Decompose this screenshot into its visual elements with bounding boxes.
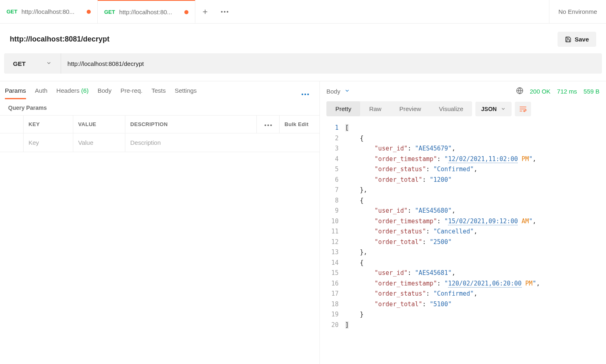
- param-desc-input[interactable]: [130, 139, 315, 146]
- view-preview[interactable]: Preview: [390, 101, 430, 116]
- status-code: 200 OK: [530, 88, 551, 95]
- wrap-lines-button[interactable]: [515, 102, 531, 116]
- params-table: KEY VALUE DESCRIPTION Bulk Edit: [0, 115, 319, 152]
- view-pretty[interactable]: Pretty: [326, 101, 360, 116]
- subtab-headers[interactable]: Headers (6): [57, 87, 89, 99]
- col-actions[interactable]: [257, 116, 280, 133]
- response-section-dropdown[interactable]: Body: [326, 88, 350, 95]
- params-header-row: KEY VALUE DESCRIPTION Bulk Edit: [0, 116, 319, 133]
- save-label: Save: [575, 36, 589, 43]
- response-toolbar: Pretty Raw Preview Visualize JSON: [320, 101, 606, 121]
- response-pane: Body 200 OK 712 ms 559 B Pretty Raw Prev…: [320, 81, 606, 364]
- environment-label: No Environme: [558, 8, 597, 15]
- view-raw[interactable]: Raw: [360, 101, 390, 116]
- subtab-body[interactable]: Body: [98, 87, 112, 99]
- tab-overflow-button[interactable]: [215, 0, 234, 23]
- subtab-auth[interactable]: Auth: [35, 87, 48, 99]
- wrap-icon: [519, 105, 527, 113]
- chevron-down-icon: [501, 106, 506, 111]
- param-value-input[interactable]: [78, 139, 120, 146]
- subtab-settings[interactable]: Settings: [175, 87, 197, 99]
- tab-title: http://localhost:80...: [119, 9, 180, 15]
- panes: Params Auth Headers (6) Body Pre-req. Te…: [0, 81, 606, 364]
- save-icon: [565, 36, 571, 43]
- subtab-tests[interactable]: Tests: [151, 87, 166, 99]
- format-dropdown[interactable]: JSON: [475, 102, 512, 116]
- view-visualize[interactable]: Visualize: [430, 101, 473, 116]
- response-body-viewer[interactable]: 1234567891011121314151617181920 [ { "use…: [320, 121, 606, 330]
- tab-bar: GET http://localhost:80... GET http://lo…: [0, 0, 606, 24]
- dots-icon: [302, 94, 309, 95]
- dots-icon: [221, 11, 228, 13]
- col-value: VALUE: [73, 116, 125, 133]
- subtab-prereq[interactable]: Pre-req.: [120, 87, 142, 99]
- response-time: 712 ms: [557, 88, 577, 95]
- response-size: 559 B: [584, 88, 599, 95]
- subtab-params[interactable]: Params: [5, 87, 26, 99]
- tab-method: GET: [7, 9, 18, 15]
- bulk-edit-button[interactable]: Bulk Edit: [280, 116, 319, 133]
- response-section-label: Body: [326, 88, 340, 95]
- url-input[interactable]: [61, 53, 602, 74]
- dots-icon: [265, 124, 272, 126]
- url-bar-wrap: GET: [0, 53, 606, 81]
- new-tab-button[interactable]: [195, 0, 215, 23]
- plus-icon: [201, 8, 209, 15]
- response-header: Body 200 OK 712 ms 559 B: [320, 81, 606, 101]
- subtab-headers-label: Headers: [57, 87, 80, 94]
- col-desc: DESCRIPTION: [125, 116, 257, 133]
- request-title: http://localhost:8081/decrypt: [10, 35, 558, 44]
- response-code: [ { "user_id": "AES45679", "order_timest…: [345, 123, 606, 330]
- format-label: JSON: [481, 106, 497, 112]
- request-pane: Params Auth Headers (6) Body Pre-req. Te…: [0, 81, 320, 364]
- query-params-label: Query Params: [0, 99, 319, 115]
- tab-title: http://localhost:80...: [22, 8, 83, 15]
- param-key-input[interactable]: [28, 139, 68, 146]
- unsaved-indicator-icon: [184, 10, 188, 14]
- save-button[interactable]: Save: [558, 32, 596, 47]
- environment-dropdown[interactable]: No Environme: [549, 0, 606, 23]
- params-empty-row: [0, 133, 319, 152]
- tab-method: GET: [104, 9, 115, 15]
- col-key: KEY: [24, 116, 73, 133]
- chevron-down-icon: [344, 88, 350, 95]
- tab-1[interactable]: GET http://localhost:80...: [98, 0, 195, 23]
- unsaved-indicator-icon: [87, 10, 91, 14]
- line-number-gutter: 1234567891011121314151617181920: [320, 123, 345, 330]
- url-bar: GET: [4, 53, 602, 74]
- chevron-down-icon: [46, 60, 52, 67]
- method-label: GET: [13, 60, 26, 67]
- request-subtabs: Params Auth Headers (6) Body Pre-req. Te…: [0, 81, 319, 99]
- response-status-bar: 200 OK 712 ms 559 B: [516, 87, 599, 96]
- view-mode-segment: Pretty Raw Preview Visualize: [326, 101, 472, 116]
- request-header: http://localhost:8081/decrypt Save: [0, 24, 606, 53]
- headers-count: (6): [81, 87, 88, 94]
- method-select[interactable]: GET: [4, 53, 61, 74]
- globe-icon[interactable]: [516, 87, 523, 96]
- subtab-overflow-button[interactable]: [302, 89, 315, 96]
- tab-0[interactable]: GET http://localhost:80...: [0, 0, 98, 23]
